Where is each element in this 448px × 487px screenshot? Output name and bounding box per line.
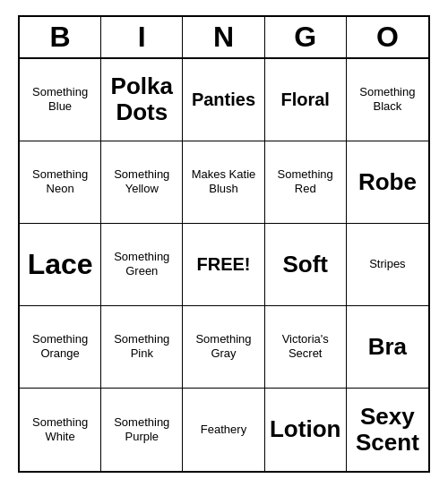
cell-text: Something White: [23, 415, 97, 443]
bingo-cell: Something Blue: [20, 59, 101, 141]
bingo-cell: Something Black: [347, 59, 428, 141]
bingo-cell: Something White: [20, 389, 101, 471]
cell-text: Panties: [192, 90, 255, 109]
bingo-cell: Victoria's Secret: [265, 306, 347, 389]
bingo-cell: Soft: [265, 224, 347, 306]
header-letter: B: [20, 17, 101, 57]
cell-text: Something Blue: [23, 85, 97, 113]
bingo-cell: Something Neon: [20, 141, 101, 224]
cell-text: Soft: [282, 252, 328, 278]
header-letter: I: [101, 17, 183, 57]
cell-text: Something Red: [269, 167, 342, 195]
bingo-cell: Stripes: [347, 224, 428, 306]
bingo-cell: Something Yellow: [101, 141, 183, 224]
cell-text: Bra: [368, 334, 407, 360]
cell-text: Something Neon: [23, 167, 97, 195]
bingo-cell: Lotion: [265, 389, 347, 471]
bingo-cell: Something Purple: [101, 389, 183, 471]
bingo-cell: Floral: [265, 59, 347, 141]
cell-text: Something Pink: [105, 332, 178, 360]
bingo-card: BINGO Something BluePolka DotsPantiesFlo…: [18, 15, 430, 473]
cell-text: Something Yellow: [105, 167, 178, 195]
bingo-cell: Lace: [20, 224, 101, 306]
bingo-cell: Bra: [347, 306, 428, 389]
cell-text: Robe: [358, 169, 417, 195]
cell-text: Something Purple: [105, 415, 178, 443]
cell-text: Something Black: [350, 85, 425, 113]
cell-text: Something Orange: [23, 332, 97, 360]
cell-text: FREE!: [196, 254, 250, 274]
bingo-cell: Something Green: [101, 224, 183, 306]
bingo-cell: FREE!: [183, 224, 264, 306]
cell-text: Feathery: [201, 423, 246, 437]
header-letter: O: [347, 17, 428, 57]
bingo-cell: Something Pink: [101, 306, 183, 389]
cell-text: Stripes: [369, 257, 405, 271]
bingo-cell: Makes Katie Blush: [183, 141, 264, 224]
bingo-cell: Robe: [347, 141, 428, 224]
cell-text: Lotion: [270, 416, 340, 442]
cell-text: Polka Dots: [105, 73, 178, 124]
bingo-cell: Something Gray: [183, 306, 264, 389]
bingo-grid: Something BluePolka DotsPantiesFloralSom…: [20, 59, 428, 471]
cell-text: Makes Katie Blush: [186, 167, 260, 195]
bingo-cell: Sexy Scent: [347, 389, 428, 471]
cell-text: Victoria's Secret: [269, 332, 342, 360]
bingo-cell: Panties: [183, 59, 264, 141]
cell-text: Lace: [28, 247, 93, 281]
cell-text: Something Green: [105, 250, 178, 278]
header-letter: G: [265, 17, 347, 57]
bingo-cell: Something Red: [265, 141, 347, 224]
bingo-header: BINGO: [20, 17, 428, 59]
bingo-cell: Feathery: [183, 389, 264, 471]
cell-text: Floral: [280, 90, 329, 109]
bingo-cell: Polka Dots: [101, 59, 183, 141]
cell-text: Something Gray: [186, 332, 260, 360]
header-letter: N: [183, 17, 264, 57]
cell-text: Sexy Scent: [350, 404, 425, 455]
bingo-cell: Something Orange: [20, 306, 101, 389]
